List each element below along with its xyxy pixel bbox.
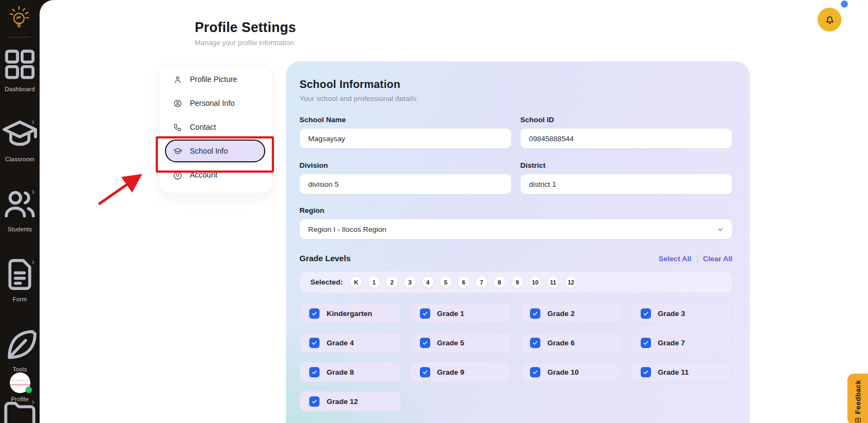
grade-option[interactable]: Grade 10 [520, 362, 622, 382]
settings-nav-item[interactable]: School Info [159, 139, 272, 163]
school-information-card: School Information Your school and profe… [286, 61, 750, 423]
grade-option-label: Grade 2 [547, 310, 575, 318]
profile-label: Profile [0, 396, 40, 402]
field-label: School ID [520, 116, 732, 124]
chevron-down-icon [717, 226, 724, 233]
checkbox-checked-icon[interactable] [309, 367, 320, 377]
settings-nav-label: Profile Picture [190, 75, 237, 84]
grade-option[interactable]: Grade 11 [631, 362, 733, 382]
user-icon [173, 75, 182, 84]
checkbox-checked-icon[interactable] [420, 338, 430, 348]
sidebar-item[interactable]: Students [0, 185, 40, 232]
grade-option[interactable]: Grade 6 [520, 332, 622, 353]
checkbox-checked-icon[interactable] [641, 308, 651, 319]
grade-option[interactable]: Grade 1 [410, 303, 512, 324]
form-field: School Name [299, 116, 512, 149]
grade-option-label: Grade 5 [437, 339, 464, 347]
grade-option-label: Grade 11 [658, 368, 689, 376]
text-input[interactable] [299, 128, 512, 149]
grade-chip: 4 [422, 276, 434, 288]
grade-option-label: Grade 4 [327, 339, 354, 347]
sidebar-item[interactable]: Classroom [0, 115, 40, 162]
clear-all-link[interactable]: Clear All [703, 255, 732, 263]
grade-option[interactable]: Grade 8 [299, 362, 401, 382]
sidebar-divider [9, 37, 30, 37]
checkbox-checked-icon[interactable] [309, 338, 320, 348]
checkbox-checked-icon[interactable] [309, 308, 320, 319]
feedback-tab[interactable]: Feedback [847, 374, 868, 423]
settings-nav-item[interactable]: Personal Info [159, 91, 272, 115]
feedback-message-icon [854, 417, 861, 423]
grade-option[interactable]: Kindergarten [299, 303, 401, 324]
region-select[interactable]: Region I - Ilocos Region [299, 219, 732, 239]
gear-icon [173, 171, 182, 180]
link-separator: | [696, 255, 698, 263]
feedback-label: Feedback [854, 380, 862, 414]
page-subtitle: Manage your profile information [195, 39, 296, 47]
settings-nav-card: Profile Picture Personal Info Contact Sc… [158, 65, 273, 193]
online-status-dot [25, 387, 32, 393]
checkbox-checked-icon[interactable] [641, 367, 651, 377]
grade-option[interactable]: Grade 12 [299, 391, 401, 412]
grade-option-label: Grade 6 [547, 339, 575, 347]
grade-option[interactable]: Grade 2 [520, 303, 622, 324]
grade-option-label: Grade 1 [437, 310, 464, 318]
checkbox-checked-icon[interactable] [530, 308, 540, 319]
grade-option[interactable]: Grade 7 [631, 332, 733, 353]
checkbox-checked-icon[interactable] [530, 367, 540, 377]
grade-option-label: Grade 9 [437, 368, 464, 376]
grade-options-grid: Kindergarten Grade 1 Grade 2 Gra [299, 303, 732, 412]
grade-option-label: Grade 10 [547, 368, 579, 376]
checkbox-checked-icon[interactable] [420, 308, 430, 319]
chevron-right-icon [30, 190, 36, 195]
grade-chip: 12 [565, 276, 577, 288]
sidebar-item[interactable]: Dashboard [0, 45, 40, 92]
sidebar-item[interactable]: Form [0, 255, 40, 302]
selected-grades-bar: Selected: K 1 2 3 4 5 6 7 8 9 [299, 271, 732, 293]
grade-levels-title: Grade Levels [299, 254, 350, 263]
graduation-cap-icon [173, 147, 182, 156]
grade-option-label: Kindergarten [327, 310, 372, 318]
sidebar: Dashboard Classroom Students [0, 0, 40, 423]
settings-nav-label: School Info [190, 147, 228, 155]
grade-option[interactable]: Grade 9 [410, 362, 512, 382]
selected-label: Selected: [310, 278, 343, 286]
grade-chip: 1 [368, 276, 380, 288]
page-title: Profile Settings [195, 20, 296, 35]
settings-nav-item[interactable]: Profile Picture [159, 67, 272, 91]
chevron-right-icon [30, 260, 36, 265]
grade-option[interactable]: Grade 4 [299, 332, 401, 353]
checkbox-checked-icon[interactable] [309, 396, 320, 407]
grade-chip: 7 [475, 276, 488, 288]
grade-option-label: Grade 7 [658, 339, 685, 347]
text-input[interactable] [520, 128, 732, 149]
sidebar-item-label: Form [0, 296, 40, 302]
lightbulb-doodle-icon[interactable] [8, 4, 33, 33]
grade-option[interactable]: Grade 5 [410, 332, 512, 353]
grade-chip: 5 [439, 276, 452, 288]
notifications-button[interactable] [818, 8, 841, 31]
user-circle-icon [173, 99, 182, 108]
chevron-right-icon [30, 119, 36, 125]
checkbox-checked-icon[interactable] [641, 338, 651, 348]
grade-level-actions: Select All | Clear All [659, 255, 732, 263]
grade-option-label: Grade 3 [658, 310, 685, 318]
sidebar-profile[interactable]: Profile [0, 373, 40, 402]
grade-chip: 11 [547, 276, 559, 288]
grade-option[interactable]: Grade 3 [631, 303, 733, 324]
form-field: Division [299, 161, 512, 194]
settings-nav-item[interactable]: Contact [159, 115, 272, 139]
sidebar-item-label: Tools [0, 366, 40, 373]
checkbox-checked-icon[interactable] [530, 338, 540, 348]
settings-nav-label: Contact [190, 123, 216, 131]
sidebar-item[interactable]: Tools [0, 325, 40, 373]
settings-nav-item[interactable]: Account [159, 163, 272, 187]
field-label: School Name [299, 116, 512, 124]
text-input[interactable] [299, 174, 512, 194]
region-field: Region Region I - Ilocos Region [299, 206, 732, 239]
select-all-link[interactable]: Select All [659, 255, 691, 263]
notification-dot [841, 1, 848, 8]
text-input[interactable] [520, 174, 732, 194]
checkbox-checked-icon[interactable] [420, 367, 430, 377]
settings-nav-label: Account [190, 171, 218, 179]
